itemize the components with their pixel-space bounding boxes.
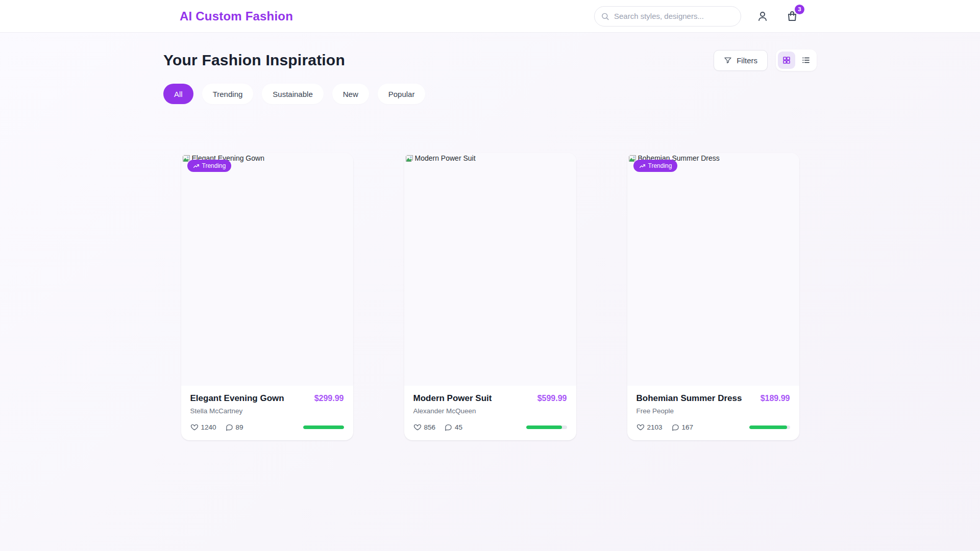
search-wrap [594,6,741,27]
popularity-progress-bar [749,425,790,429]
product-stats: 1240 89 [190,423,243,431]
filter-chip-popular[interactable]: Popular [378,84,426,104]
product-price: $189.99 [761,394,790,403]
trending-up-icon [193,163,200,169]
likes-stat[interactable]: 2103 [636,423,663,431]
product-card[interactable]: Bohemian Summer Dress Trending Bohemian … [627,153,799,440]
product-stats: 856 45 [413,423,463,431]
list-view-button[interactable] [797,52,815,69]
product-card[interactable]: Elegant Evening Gown Trending Elegant Ev… [181,153,353,440]
comments-stat[interactable]: 45 [445,423,462,431]
grid-icon [782,56,791,65]
product-info: Modern Power Suit $599.99 Alexander McQu… [404,386,576,440]
header-actions: 3 [594,6,800,27]
page-head-actions: Filters [714,49,817,71]
trending-badge: Trending [633,160,678,172]
grid-view-button[interactable] [778,52,795,69]
broken-image-indicator: Modern Power Suit [404,153,576,163]
product-image-area: Bohemian Summer Dress Trending [627,153,799,386]
filters-button-label: Filters [737,56,757,65]
likes-stat[interactable]: 1240 [190,423,216,431]
chat-bubble-icon [672,423,679,431]
product-name: Elegant Evening Gown [190,393,284,404]
filter-chip-sustainable[interactable]: Sustainable [262,84,323,104]
product-grid: Elegant Evening Gown Trending Elegant Ev… [163,153,817,440]
product-name: Modern Power Suit [413,393,492,404]
likes-count: 1240 [201,423,216,431]
heart-icon [636,423,645,431]
trending-up-icon [639,163,646,169]
product-info: Elegant Evening Gown $299.99 Stella McCa… [181,386,353,440]
comments-stat[interactable]: 167 [672,423,694,431]
product-designer: Alexander McQueen [413,407,567,415]
view-toggle-group [776,49,817,71]
search-input[interactable] [594,6,741,27]
product-price: $599.99 [537,394,567,403]
search-icon [601,12,609,20]
product-name: Bohemian Summer Dress [636,393,742,404]
product-stats: 2103 167 [636,423,694,431]
filters-button[interactable]: Filters [714,50,768,71]
broken-image-icon [405,154,413,163]
page-head: Your Fashion Inspiration Filters [163,49,817,71]
likes-count: 856 [424,423,436,431]
account-button[interactable] [754,8,771,24]
header-inner: AI Custom Fashion [163,0,817,32]
popularity-progress-fill [749,425,787,429]
product-price: $299.99 [314,394,344,403]
main-content: Your Fashion Inspiration Filters [163,49,817,440]
comments-stat[interactable]: 89 [226,423,243,431]
chat-bubble-icon [445,423,452,431]
user-icon [756,10,769,22]
trending-badge-label: Trending [202,162,226,169]
page-title: Your Fashion Inspiration [163,52,345,69]
product-image-area: Modern Power Suit Trending [404,153,576,386]
heart-icon [413,423,422,431]
trending-badge-label: Trending [648,162,672,169]
chat-bubble-icon [226,423,233,431]
likes-stat[interactable]: 856 [413,423,436,431]
app-logo[interactable]: AI Custom Fashion [180,9,293,23]
cart-button[interactable]: 3 [784,8,800,24]
filter-chip-trending[interactable]: Trending [202,84,254,104]
product-image-area: Elegant Evening Gown Trending [181,153,353,386]
funnel-icon [724,56,732,64]
app-header: AI Custom Fashion [0,0,980,33]
product-image-alt-text: Modern Power Suit [415,154,476,162]
product-card[interactable]: Modern Power Suit Trending Modern Power … [404,153,576,440]
comments-count: 45 [455,423,462,431]
filter-chip-new[interactable]: New [332,84,369,104]
cart-count-badge: 3 [795,5,804,14]
product-designer: Stella McCartney [190,407,344,415]
product-designer: Free People [636,407,790,415]
heart-icon [190,423,199,431]
popularity-progress-bar [303,425,344,429]
filter-chips: AllTrendingSustainableNewPopular [163,84,817,104]
filter-chip-all[interactable]: All [163,84,193,104]
popularity-progress-fill [303,425,344,429]
comments-count: 167 [682,423,694,431]
product-info: Bohemian Summer Dress $189.99 Free Peopl… [627,386,799,440]
likes-count: 2103 [647,423,663,431]
trending-badge: Trending [187,160,232,172]
popularity-progress-fill [526,425,562,429]
comments-count: 89 [236,423,243,431]
popularity-progress-bar [526,425,567,429]
list-icon [801,56,811,65]
